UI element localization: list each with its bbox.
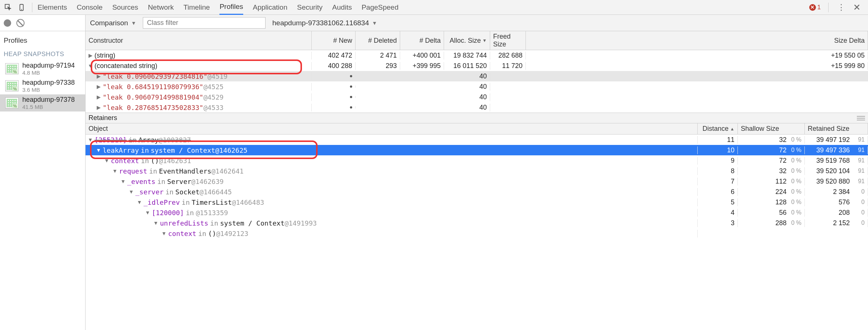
table-row[interactable]: ▶"leak 0.09606293972384816" @4519 40: [86, 71, 868, 81]
constructor-table-header: Constructor # New # Deleted # Delta Allo…: [86, 31, 868, 50]
retainer-row[interactable]: ▼ context in () @1492123: [86, 228, 868, 239]
view-mode-dropdown[interactable]: Comparison ▼: [90, 19, 136, 27]
device-icon[interactable]: [16, 2, 27, 13]
constructor-table-body: ▶(string) 402 472 2 471 +400 001 19 832 …: [86, 50, 868, 113]
table-row[interactable]: ▼(concatenated string) 400 288 293 +399 …: [86, 61, 868, 71]
retainer-row[interactable]: ▼ request in EventHandlers @1462641 8 32…: [86, 166, 868, 176]
devtools-toolbar: ElementsConsoleSourcesNetworkTimelinePro…: [0, 0, 868, 15]
col-deleted[interactable]: # Deleted: [356, 31, 400, 50]
col-freed-size[interactable]: Freed Size: [490, 31, 526, 50]
separator: [828, 3, 829, 12]
compare-dropdown[interactable]: heapdump-973381062.116834 ▼: [272, 19, 377, 27]
tree-toggle-icon[interactable]: ▶: [96, 94, 101, 100]
retainer-row[interactable]: ▼ [120000] in @1513359 4 560 % 2080: [86, 207, 868, 218]
clear-button[interactable]: [16, 19, 25, 27]
retainer-row[interactable]: ▼ _idlePrev in TimersList @1466483 5 128…: [86, 197, 868, 207]
snapshot-name: heapdump-97378: [22, 96, 75, 104]
tree-toggle-icon[interactable]: ▼: [96, 147, 101, 153]
tree-toggle-icon[interactable]: ▶: [88, 52, 93, 58]
class-filter-input[interactable]: [143, 17, 266, 29]
col-object[interactable]: Object: [86, 123, 698, 134]
col-distance[interactable]: Distance▲: [698, 123, 738, 134]
snapshot-name: heapdump-97194: [22, 62, 75, 69]
tab-application[interactable]: Application: [253, 0, 287, 14]
tab-audits[interactable]: Audits: [332, 0, 352, 14]
tree-toggle-icon[interactable]: ▼: [120, 178, 126, 184]
table-row[interactable]: ▶"leak 0.9060791499881904" @4529 40: [86, 92, 868, 102]
retainer-row[interactable]: ▼ leakArray in system / Context @1462625…: [86, 145, 868, 155]
chevron-down-icon: ▼: [131, 20, 136, 26]
retainers-title: Retainers: [89, 114, 117, 122]
tab-security[interactable]: Security: [297, 0, 323, 14]
table-row[interactable]: ▶"leak 0.6845191198079936" @4525 40: [86, 81, 868, 92]
retainer-row[interactable]: ▼ _server in Socket @1466445 6 2240 % 2 …: [86, 187, 868, 197]
tree-toggle-icon[interactable]: ▶: [96, 73, 101, 79]
retainer-row[interactable]: ▼ context in () @1462631 9 720 % 39 519 …: [86, 155, 868, 166]
profiles-sidebar: Profiles HEAP SNAPSHOTS heapdump-97194 4…: [0, 15, 86, 330]
separator: [32, 3, 32, 12]
tab-elements[interactable]: Elements: [38, 0, 67, 14]
retainer-row[interactable]: ▼ [255210] in Array @1003827 11 320 % 39…: [86, 135, 868, 145]
sidebar-title: Profiles: [0, 31, 85, 48]
snapshot-icon: [5, 80, 19, 91]
retainers-table-header: Object Distance▲ Shallow Size Retained S…: [86, 123, 868, 135]
table-row[interactable]: ▶"leak 0.2876851473502833" @4533 40: [86, 102, 868, 113]
sort-desc-icon: ▼: [482, 38, 487, 43]
tree-toggle-icon[interactable]: ▼: [112, 168, 118, 174]
retainers-header: Retainers: [86, 113, 868, 123]
col-shallow[interactable]: Shallow Size: [738, 123, 805, 134]
snapshot-icon: [5, 63, 19, 74]
close-icon[interactable]: ✕: [852, 2, 862, 13]
table-row[interactable]: ▶(string) 402 472 2 471 +400 001 19 832 …: [86, 50, 868, 61]
retainer-row[interactable]: ▼ _events in Server @1462639 7 1120 % 39…: [86, 176, 868, 187]
inspect-icon[interactable]: [3, 2, 13, 13]
tab-profiles[interactable]: Profiles: [219, 0, 243, 15]
sidebar-section-label: HEAP SNAPSHOTS: [0, 48, 85, 60]
filter-bar: Comparison ▼ heapdump-973381062.116834 ▼: [86, 15, 868, 31]
view-mode-label: Comparison: [90, 19, 128, 27]
col-delta[interactable]: # Delta: [400, 31, 444, 50]
tree-toggle-icon[interactable]: ▼: [153, 220, 158, 226]
kebab-menu-icon[interactable]: ⋮: [836, 2, 846, 13]
col-constructor[interactable]: Constructor: [86, 31, 312, 50]
error-count: 1: [817, 4, 821, 11]
error-icon: ✕: [809, 4, 816, 11]
snapshot-item[interactable]: heapdump-97378 41.5 MB: [0, 94, 85, 111]
tab-console[interactable]: Console: [77, 0, 103, 14]
snapshot-item[interactable]: heapdump-97338 3.6 MB: [0, 77, 85, 94]
tree-toggle-icon[interactable]: ▼: [88, 137, 93, 143]
snapshot-size: 4.8 MB: [22, 69, 75, 76]
tree-toggle-icon[interactable]: ▼: [137, 199, 142, 205]
snapshot-item[interactable]: heapdump-97194 4.8 MB: [0, 60, 85, 77]
col-retained[interactable]: Retained Size: [805, 123, 868, 134]
col-alloc-size[interactable]: Alloc. Size▼: [444, 31, 490, 50]
tree-toggle-icon[interactable]: ▼: [145, 210, 150, 216]
compare-label: heapdump-973381062.116834: [272, 19, 369, 27]
chevron-down-icon: ▼: [372, 20, 377, 26]
tree-toggle-icon[interactable]: ▼: [88, 63, 93, 69]
tree-toggle-icon[interactable]: ▼: [161, 230, 167, 236]
retainer-row[interactable]: ▼ unrefedLists in system / Context @1491…: [86, 218, 868, 228]
tab-sources[interactable]: Sources: [112, 0, 138, 14]
col-size-delta[interactable]: Size Delta: [526, 31, 868, 50]
error-badge[interactable]: ✕ 1: [809, 4, 821, 11]
col-new[interactable]: # New: [312, 31, 356, 50]
tab-timeline[interactable]: Timeline: [183, 0, 210, 14]
content-pane: Comparison ▼ heapdump-973381062.116834 ▼…: [86, 15, 868, 330]
snapshot-size: 3.6 MB: [22, 87, 75, 93]
tab-network[interactable]: Network: [148, 0, 174, 14]
tree-toggle-icon[interactable]: ▼: [129, 189, 134, 195]
record-button[interactable]: [4, 19, 11, 27]
retainers-menu-icon[interactable]: [857, 114, 865, 122]
snapshot-name: heapdump-97338: [22, 79, 75, 87]
tree-toggle-icon[interactable]: ▶: [96, 84, 101, 90]
snapshot-size: 41.5 MB: [22, 104, 75, 110]
tree-toggle-icon[interactable]: ▼: [104, 158, 109, 164]
retainers-table-body: ▼ [255210] in Array @1003827 11 320 % 39…: [86, 135, 868, 330]
tab-pagespeed[interactable]: PageSpeed: [361, 0, 398, 14]
panel-tabs: ElementsConsoleSourcesNetworkTimelinePro…: [38, 0, 806, 15]
snapshot-icon: [5, 97, 19, 109]
sort-asc-icon: ▲: [730, 126, 734, 132]
tree-toggle-icon[interactable]: ▶: [96, 104, 101, 110]
